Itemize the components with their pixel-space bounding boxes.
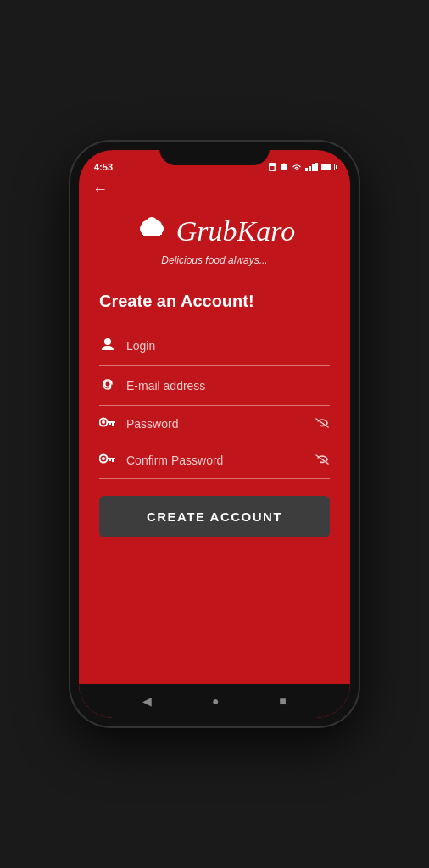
key-icon-confirm <box>99 453 116 468</box>
key-icon-password <box>99 416 116 431</box>
back-button[interactable]: ← <box>79 177 350 202</box>
phone-frame: 4:53 <box>70 142 359 726</box>
email-field-row <box>99 366 330 406</box>
svg-rect-14 <box>107 421 115 423</box>
logo-row: GrubKaro <box>134 210 295 253</box>
svg-rect-6 <box>143 234 160 236</box>
nav-home-button[interactable]: ● <box>212 694 219 708</box>
nav-back-button[interactable]: ◀ <box>142 694 152 708</box>
status-icons <box>268 163 335 171</box>
svg-rect-16 <box>109 423 111 425</box>
svg-point-9 <box>152 220 162 231</box>
svg-rect-19 <box>107 458 115 459</box>
login-field-row <box>99 326 330 366</box>
eye-slash-icon-confirm[interactable] <box>315 453 330 468</box>
form-area: Create an Account! <box>79 283 350 684</box>
battery-icon <box>321 164 335 170</box>
create-account-button[interactable]: CREATE ACCOUNT <box>99 496 330 537</box>
sim-icon <box>268 163 276 171</box>
password-input[interactable] <box>126 417 304 431</box>
nav-recent-button[interactable]: ■ <box>279 694 286 708</box>
form-title: Create an Account! <box>99 292 330 311</box>
svg-marker-3 <box>282 163 286 165</box>
email-input[interactable] <box>126 379 330 392</box>
login-input[interactable] <box>126 339 330 353</box>
svg-rect-1 <box>270 166 275 170</box>
bottom-nav-bar: ◀ ● ■ <box>79 684 350 718</box>
eye-slash-icon-password[interactable] <box>315 417 330 431</box>
password-field-row <box>99 406 330 442</box>
svg-rect-21 <box>109 459 111 461</box>
status-time: 4:53 <box>94 162 113 172</box>
svg-rect-15 <box>112 423 114 426</box>
wifi-icon <box>292 163 302 171</box>
brand-name: GrubKaro <box>176 215 295 248</box>
person-icon <box>99 337 116 355</box>
signal-icon <box>305 163 318 171</box>
svg-point-13 <box>102 420 105 424</box>
notch <box>159 142 270 165</box>
brand-tagline: Delicious food always... <box>161 254 267 266</box>
confirm-password-input[interactable] <box>126 453 304 467</box>
phone-screen: 4:53 <box>79 150 350 718</box>
confirm-password-field-row <box>99 442 330 479</box>
logo-area: GrubKaro Delicious food always... <box>79 202 350 283</box>
svg-point-10 <box>104 338 111 345</box>
svg-point-18 <box>102 457 105 460</box>
cloud-icon <box>280 163 288 171</box>
chef-hat-icon <box>134 210 170 246</box>
at-icon <box>99 376 116 395</box>
svg-rect-20 <box>112 459 114 462</box>
chef-icon <box>134 210 170 253</box>
